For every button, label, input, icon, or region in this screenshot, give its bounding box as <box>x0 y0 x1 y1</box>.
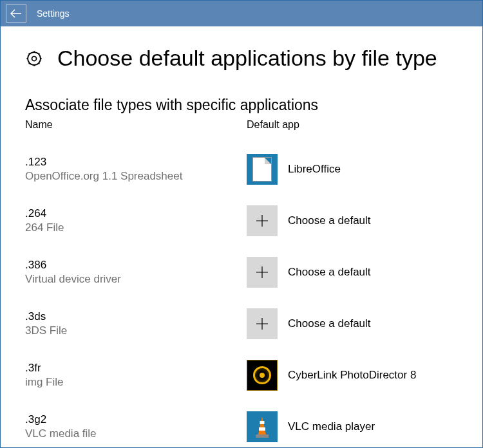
svg-rect-5 <box>256 434 269 438</box>
file-extension: .264 <box>25 207 234 220</box>
file-type-info: .123 OpenOffice.org 1.1 Spreadsheet <box>25 156 247 183</box>
file-type-row: .123 OpenOffice.org 1.1 Spreadsheet Libr… <box>25 144 458 195</box>
default-app-button[interactable]: CyberLink PhotoDirector 8 <box>247 360 416 391</box>
default-app-button[interactable]: Choose a default <box>247 205 371 236</box>
file-description: Virtual device driver <box>25 273 234 286</box>
file-extension: .123 <box>25 156 234 169</box>
file-type-row: .3fr img File CyberLink PhotoDirector 8 <box>25 350 458 401</box>
column-header-name: Name <box>25 119 247 131</box>
file-extension: .386 <box>25 259 234 272</box>
file-type-info: .3ds 3DS File <box>25 310 247 337</box>
file-type-info: .386 Virtual device driver <box>25 259 247 286</box>
svg-rect-4 <box>259 427 265 431</box>
libreoffice-icon <box>247 154 278 185</box>
window-title: Settings <box>37 8 70 19</box>
file-extension: .3g2 <box>25 413 234 426</box>
arrow-left-icon <box>10 9 22 18</box>
file-description: OpenOffice.org 1.1 Spreadsheet <box>25 170 234 183</box>
svg-point-0 <box>32 56 37 61</box>
app-label: Choose a default <box>288 214 371 227</box>
app-label: LibreOffice <box>288 163 341 176</box>
content-area: Choose default applications by file type… <box>1 26 482 448</box>
plus-icon <box>247 257 278 288</box>
svg-point-1 <box>28 52 41 65</box>
app-label: VLC media player <box>288 420 375 433</box>
svg-marker-2 <box>258 416 266 434</box>
column-header-default-app: Default app <box>247 119 299 131</box>
default-app-button[interactable]: Choose a default <box>247 308 371 339</box>
page-subtitle: Associate file types with specific appli… <box>25 97 458 114</box>
titlebar: Settings <box>1 1 482 26</box>
page-header: Choose default applications by file type <box>25 46 458 71</box>
column-headers: Name Default app <box>25 119 458 131</box>
file-type-info: .264 264 File <box>25 207 247 234</box>
default-app-button[interactable]: VLC media player <box>247 411 375 442</box>
app-label: CyberLink PhotoDirector 8 <box>288 369 416 382</box>
gear-icon <box>25 50 43 68</box>
svg-rect-3 <box>260 421 265 424</box>
file-extension: .3fr <box>25 362 234 375</box>
cyberlink-icon <box>247 360 278 391</box>
file-type-row: .3g2 VLC media file VLC media player <box>25 401 458 448</box>
file-description: img File <box>25 376 234 389</box>
default-app-button[interactable]: Choose a default <box>247 257 371 288</box>
default-app-button[interactable]: LibreOffice <box>247 154 341 185</box>
plus-icon <box>247 205 278 236</box>
file-extension: .3ds <box>25 310 234 323</box>
file-description: 264 File <box>25 221 234 234</box>
file-type-info: .3fr img File <box>25 362 247 389</box>
vlc-icon <box>247 411 278 442</box>
app-label: Choose a default <box>288 317 371 330</box>
file-type-row: .264 264 File Choose a default <box>25 195 458 247</box>
file-type-info: .3g2 VLC media file <box>25 413 247 440</box>
back-button[interactable] <box>6 5 26 23</box>
file-type-row: .386 Virtual device driver Choose a defa… <box>25 247 458 298</box>
file-description: 3DS File <box>25 324 234 337</box>
app-label: Choose a default <box>288 266 371 279</box>
file-description: VLC media file <box>25 427 234 440</box>
page-title: Choose default applications by file type <box>57 46 437 71</box>
plus-icon <box>247 308 278 339</box>
file-type-row: .3ds 3DS File Choose a default <box>25 298 458 350</box>
